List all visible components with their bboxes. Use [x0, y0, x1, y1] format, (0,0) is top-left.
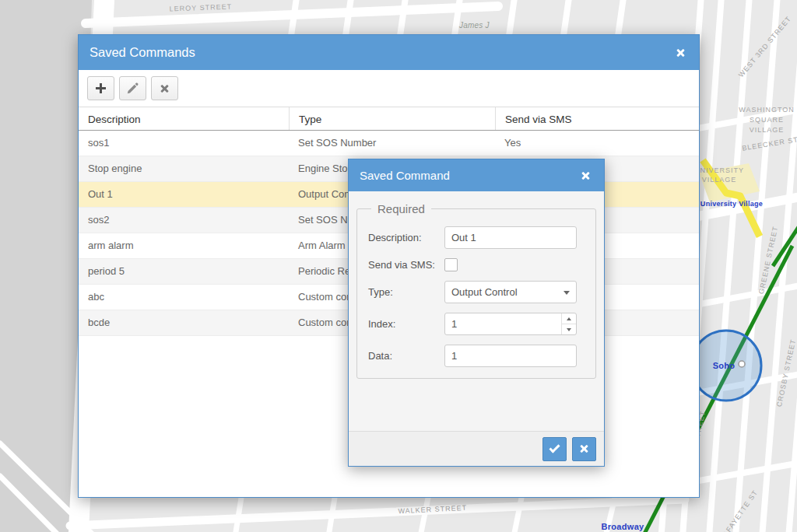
chevron-down-icon: [564, 291, 570, 295]
index-field-row: Index:: [368, 313, 585, 335]
column-header-description[interactable]: Description: [79, 107, 289, 130]
plus-icon: [96, 83, 106, 93]
map-label: James J: [458, 21, 490, 30]
delete-command-button[interactable]: [151, 76, 178, 100]
close-icon: [581, 171, 590, 180]
required-fieldset: Required Description: Send via SMS: Type…: [356, 202, 596, 379]
saved-command-dialog: Saved Command Required Description: Send…: [348, 159, 605, 467]
add-command-button[interactable]: [87, 76, 114, 100]
stepper-down-button[interactable]: [562, 324, 576, 334]
saved-command-title: Saved Command: [360, 169, 578, 182]
cell-description: bcde: [79, 310, 289, 335]
map-point-marker: [739, 361, 745, 367]
description-label: Description:: [368, 232, 444, 243]
index-stepper: [444, 313, 577, 335]
data-field-row: Data:: [368, 345, 585, 367]
map-label: SQUARE: [750, 116, 784, 124]
type-select-value: Output Control: [451, 286, 518, 298]
sms-label: Send via SMS:: [368, 259, 444, 271]
confirm-button[interactable]: [542, 437, 567, 461]
map-label: VILLAGE: [702, 176, 737, 184]
table-header-row: Description Type Send via SMS: [79, 107, 699, 131]
column-header-sms[interactable]: Send via SMS: [495, 107, 699, 130]
edit-command-button[interactable]: [119, 76, 146, 100]
close-icon: [676, 48, 685, 58]
check-icon: [549, 442, 560, 453]
cell-description: sos1: [79, 131, 289, 156]
description-field-row: Description:: [368, 226, 585, 249]
delete-cross-icon: [160, 84, 170, 93]
cell-description: period 5: [79, 259, 289, 284]
data-label: Data:: [368, 350, 444, 362]
cell-description: arm alarm: [79, 233, 289, 258]
cancel-button[interactable]: [572, 437, 596, 461]
cell-description: Out 1: [79, 182, 289, 207]
cell-description: abc: [79, 285, 289, 310]
saved-commands-header: Saved Commands: [79, 35, 699, 70]
saved-commands-close-button[interactable]: [672, 45, 688, 61]
type-select[interactable]: Output Control: [444, 281, 577, 303]
map-label: University Village: [700, 200, 763, 208]
type-field-row: Type: Output Control: [368, 281, 585, 303]
saved-command-body: Required Description: Send via SMS: Type…: [349, 191, 604, 431]
sms-field-row: Send via SMS:: [368, 258, 585, 271]
map-label-soho: Soho: [713, 361, 736, 370]
stepper-buttons: [561, 313, 576, 334]
map-label-broadway: Broadway: [602, 522, 645, 531]
cell-description: Stop engine: [79, 156, 289, 181]
description-input[interactable]: [444, 226, 577, 249]
saved-command-header: Saved Command: [349, 159, 604, 191]
required-legend: Required: [371, 202, 431, 215]
index-input[interactable]: [445, 313, 561, 334]
table-row[interactable]: sos1 Set SOS Number Yes: [79, 131, 699, 156]
map-label: UNIVERSITY: [694, 166, 744, 174]
saved-command-footer: [349, 431, 604, 466]
triangle-up-icon: [567, 317, 571, 320]
cancel-cross-icon: [580, 444, 589, 453]
index-label: Index:: [368, 318, 444, 330]
data-input[interactable]: [444, 345, 577, 367]
pencil-icon: [127, 82, 139, 94]
saved-command-close-button[interactable]: [578, 168, 593, 184]
sms-checkbox[interactable]: [444, 258, 458, 271]
commands-toolbar: [79, 70, 699, 107]
cell-type: Set SOS Number: [289, 131, 495, 156]
stepper-up-button[interactable]: [562, 313, 576, 324]
cell-description: sos2: [79, 208, 289, 233]
type-label: Type:: [368, 286, 444, 298]
cell-sms: Yes: [495, 131, 699, 156]
triangle-down-icon: [567, 328, 571, 331]
saved-commands-title: Saved Commands: [90, 45, 672, 60]
map-label: VILLAGE: [750, 126, 785, 134]
map-label: WASHINGTON: [739, 106, 795, 114]
column-header-type[interactable]: Type: [289, 107, 495, 130]
